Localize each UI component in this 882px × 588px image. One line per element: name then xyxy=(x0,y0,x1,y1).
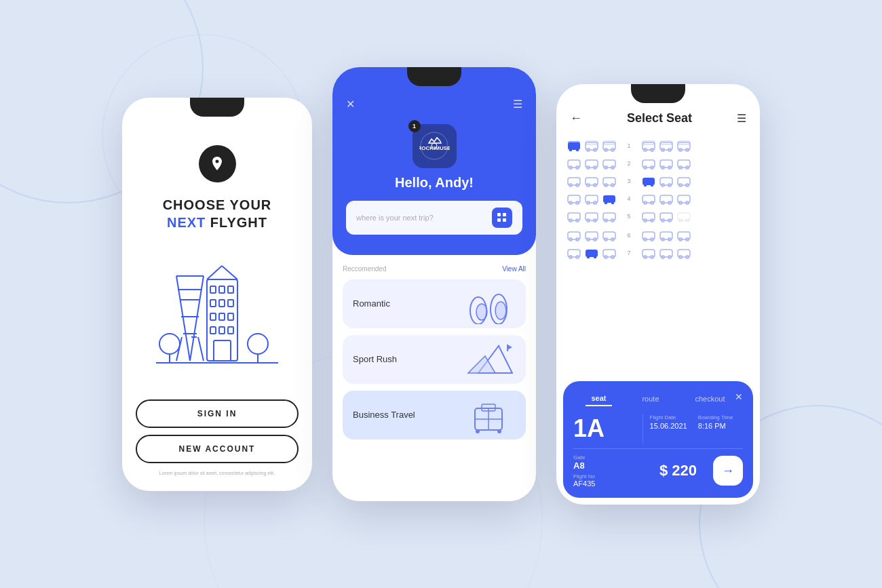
header-menu-icon[interactable]: ☰ xyxy=(737,112,746,125)
svg-marker-45 xyxy=(507,345,512,350)
seat-row-3: 3 xyxy=(567,174,750,188)
new-account-button[interactable]: NEW ACCOUNT xyxy=(136,435,299,463)
svg-rect-23 xyxy=(214,340,231,361)
avatar: 1 ROCKIMUSE xyxy=(413,124,457,168)
tab-route[interactable]: route xyxy=(636,392,664,406)
seat-2a[interactable] xyxy=(567,157,581,170)
next-button[interactable]: → xyxy=(713,456,743,486)
seat-6a[interactable] xyxy=(567,229,581,242)
seat-1d[interactable] xyxy=(641,139,656,153)
view-all-link[interactable]: View All xyxy=(502,265,526,273)
back-icon[interactable]: ← xyxy=(570,111,582,125)
svg-point-26 xyxy=(159,334,180,354)
flight-date-label: Flight Date xyxy=(650,414,695,420)
close-icon[interactable]: ✕ xyxy=(346,98,355,111)
panel-close-icon[interactable]: ✕ xyxy=(735,391,743,402)
svg-line-24 xyxy=(207,266,222,279)
seat-7d[interactable] xyxy=(641,246,656,260)
seat-3f[interactable] xyxy=(676,174,691,188)
seat-4b[interactable] xyxy=(584,192,599,205)
seat-4c-selected[interactable] xyxy=(602,192,617,205)
seat-6b[interactable] xyxy=(584,229,599,242)
row-number-5: 5 xyxy=(622,213,636,220)
seat-3d[interactable] xyxy=(641,174,656,188)
greeting-text: Hello, Andy! xyxy=(346,175,522,191)
card-business[interactable]: Business Travel xyxy=(343,391,526,439)
svg-marker-43 xyxy=(468,356,495,373)
title-line2: NEXT xyxy=(167,215,206,230)
seat-5b[interactable] xyxy=(584,210,599,223)
seat-2f[interactable] xyxy=(676,157,691,170)
pin-svg xyxy=(209,155,225,172)
seat-3e[interactable] xyxy=(659,174,674,188)
business-illustration xyxy=(461,395,516,435)
svg-rect-104 xyxy=(644,184,647,187)
seat-4a[interactable] xyxy=(567,192,581,205)
card-sport[interactable]: Sport Rush xyxy=(343,335,526,384)
svg-point-41 xyxy=(495,302,506,319)
seat-1f[interactable] xyxy=(676,139,691,153)
svg-rect-171 xyxy=(594,256,596,258)
svg-rect-17 xyxy=(210,313,216,320)
seat-7c[interactable] xyxy=(602,246,617,260)
seat-1c[interactable] xyxy=(602,139,617,153)
svg-rect-105 xyxy=(651,184,653,187)
section-title: Reccomended xyxy=(343,265,386,273)
seat-5d[interactable] xyxy=(641,210,656,223)
avatar-logo: ROCKIMUSE xyxy=(419,131,450,161)
phone1-buttons: SIGN IN NEW ACCOUNT xyxy=(136,399,299,463)
seat-5f[interactable] xyxy=(676,210,691,223)
phones-container: CHOOSE YOUR NEXT FLYGHT xyxy=(122,84,760,505)
svg-rect-34 xyxy=(497,213,501,216)
seat-3c[interactable] xyxy=(602,174,617,188)
search-grid-icon[interactable] xyxy=(492,208,512,228)
search-bar[interactable]: where is your next trip? xyxy=(346,201,522,235)
seat-4e[interactable] xyxy=(659,192,674,205)
gate-value: A8 xyxy=(573,460,643,471)
svg-rect-15 xyxy=(219,300,225,307)
seat-5a[interactable] xyxy=(567,210,581,223)
seat-row-6: 6 xyxy=(567,229,750,242)
phone-2: ✕ ☰ 1 ROCKIMUSE Hello, Andy! where is xyxy=(332,67,536,501)
svg-point-50 xyxy=(476,429,480,433)
seat-7a[interactable] xyxy=(567,246,581,260)
seat-2b[interactable] xyxy=(584,157,599,170)
signin-button[interactable]: SIGN IN xyxy=(136,399,299,428)
seat-2c[interactable] xyxy=(602,157,617,170)
seat-2d[interactable] xyxy=(641,157,656,170)
panel-footer: Gate A8 Flight No AF435 $ 220 → xyxy=(573,448,743,488)
seat-3a[interactable] xyxy=(567,174,581,188)
svg-rect-14 xyxy=(210,300,216,307)
phone1-notch xyxy=(190,98,244,117)
seat-3b[interactable] xyxy=(584,174,599,188)
seat-1e[interactable] xyxy=(659,139,674,153)
card-romantic[interactable]: Romantic xyxy=(343,279,526,328)
seat-7b[interactable] xyxy=(584,246,599,260)
seat-1a-selected[interactable] xyxy=(567,139,581,153)
seat-4f[interactable] xyxy=(676,192,691,205)
row-number-2: 2 xyxy=(622,160,636,167)
seat-6e[interactable] xyxy=(659,229,674,242)
boarding-time-value: 8:16 PM xyxy=(698,422,743,430)
seat-5c[interactable] xyxy=(602,210,617,223)
seat-5e[interactable] xyxy=(659,210,674,223)
seat-grid: 1 xyxy=(556,136,760,378)
flight-date-value: 15.06.2021 xyxy=(650,422,695,430)
seat-7e[interactable] xyxy=(659,246,674,260)
seat-group-right xyxy=(641,139,691,153)
seat-7f[interactable] xyxy=(676,246,691,260)
menu-icon[interactable]: ☰ xyxy=(513,98,522,111)
tab-checkout[interactable]: checkout xyxy=(689,392,730,406)
seat-6d[interactable] xyxy=(641,229,656,242)
phone2-topbar: ✕ ☰ xyxy=(346,94,522,111)
notification-badge: 1 xyxy=(408,120,421,132)
svg-rect-119 xyxy=(605,201,607,204)
select-seat-title: Select Seat xyxy=(627,111,692,125)
seat-6c[interactable] xyxy=(602,229,617,242)
tab-seat[interactable]: seat xyxy=(586,391,611,406)
seat-1b[interactable] xyxy=(584,139,599,153)
seat-4d[interactable] xyxy=(641,192,656,205)
seat-2e[interactable] xyxy=(659,157,674,170)
row-number-7: 7 xyxy=(622,250,636,256)
seat-6f[interactable] xyxy=(676,229,691,242)
